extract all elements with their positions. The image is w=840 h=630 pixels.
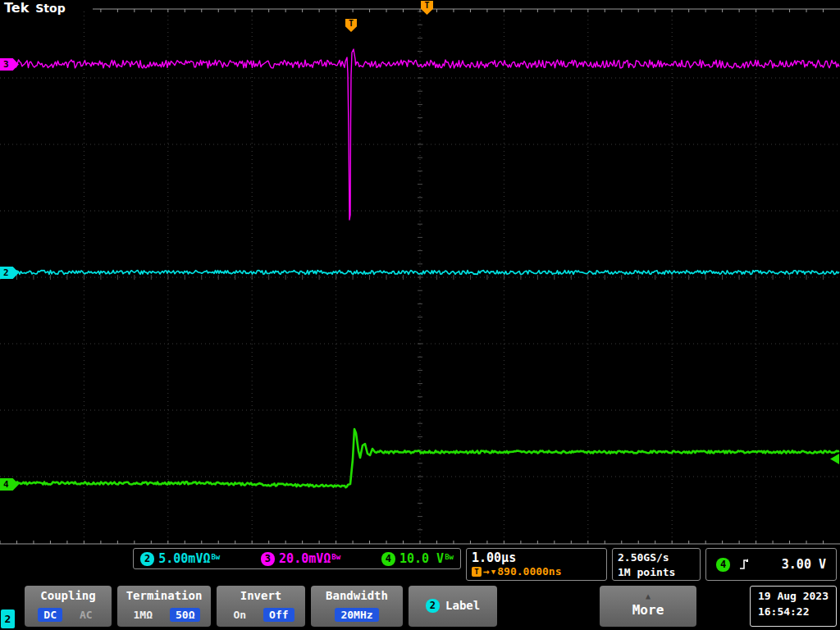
invert-button[interactable]: Invert On Off [217,586,305,627]
timebase-value: 1.00μs [472,550,601,565]
header: TekStop [4,0,66,16]
arrow-right-icon: → [483,565,490,578]
ch2-badge: 2 [140,552,154,566]
datetime-box: 19 Aug 2023 16:54:22 [750,586,837,627]
ch4-scale-readout: 4 10.0 VBw [381,551,454,566]
acquisition-status: Stop [35,2,65,15]
scope-display-area: TekStop 3 2 4 T T [0,0,840,546]
ch4-trace [0,429,839,487]
bandwidth-button[interactable]: Bandwidth 20MHz [311,586,403,627]
invert-title: Invert [240,589,282,602]
sample-rate: 2.50GS/s [618,550,695,565]
horizontal-readout: 1.00μs T→▼890.0000ns [466,548,607,581]
trigger-source-badge: 4 [716,558,730,572]
ch3-scale-readout: 3 20.0mVΩBw [261,551,340,566]
date-value: 19 Aug 2023 [758,589,829,605]
active-channel-corner-badge: 2 [1,609,15,628]
label-text: Label [445,599,480,612]
acquisition-readout: 2.50GS/s 1M points [612,548,701,581]
tek-logo: Tek [4,0,29,16]
label-button[interactable]: 2 Label [409,586,497,627]
oscilloscope-screen: TekStop 3 2 4 T T 2 5.00mVΩBw 3 20.0mVΩB… [0,0,840,630]
invert-off-option[interactable]: Off [263,608,294,622]
ch4-badge: 4 [381,552,395,566]
more-button[interactable]: ▲ More [600,586,696,627]
ch2-scale-readout: 2 5.00mVΩBw [140,551,220,566]
termination-1mohm-option[interactable]: 1MΩ [128,608,158,622]
bandwidth-title: Bandwidth [326,589,388,602]
ch3-bandwidth-limit-icon: Bw [331,553,340,561]
ch3-badge: 3 [261,552,275,566]
trigger-level-value: 3.00 V [782,557,826,572]
termination-button[interactable]: Termination 1MΩ 50Ω [117,586,211,627]
ch4-scale-value: 10.0 VBw [399,551,454,566]
record-length: 1M points [618,565,695,580]
trigger-delay-readout: T→▼890.0000ns [472,565,601,578]
trigger-readout: 4 3.00 V [705,548,837,581]
time-value: 16:54:22 [758,605,829,620]
trigger-delay-value: 890.0000ns [497,565,561,578]
coupling-button[interactable]: Coupling DC AC [25,586,112,627]
ch2-bandwidth-limit-icon: Bw [211,553,220,561]
ch2-trace [0,271,839,275]
channel-scale-readouts: 2 5.00mVΩBw 3 20.0mVΩBw 4 10.0 VBw [133,548,461,569]
rising-edge-slope-icon [738,558,750,571]
label-channel-badge: 2 [426,599,440,613]
up-triangle-icon: ▲ [646,593,651,600]
ch4-bandwidth-limit-icon: Bw [445,553,454,561]
trigger-t-icon: T [472,567,482,577]
invert-on-option[interactable]: On [227,608,252,622]
bandwidth-value: 20MHz [335,608,378,622]
ch2-scale-value: 5.00mVΩBw [158,551,220,566]
termination-50ohm-option[interactable]: 50Ω [170,608,200,622]
termination-title: Termination [126,589,203,602]
ch3-scale-value: 20.0mVΩBw [279,551,340,566]
more-text: More [632,602,664,618]
coupling-ac-option[interactable]: AC [74,608,98,622]
coupling-dc-option[interactable]: DC [38,608,62,622]
graticule [0,0,840,546]
readout-bar: 2 5.00mVΩBw 3 20.0mVΩBw 4 10.0 VBw 1.00μ… [0,546,840,584]
down-triangle-icon: ▼ [491,568,495,576]
bottom-menu-bar: Coupling DC AC Termination 1MΩ 50Ω Inver… [0,584,840,630]
coupling-title: Coupling [40,589,95,602]
